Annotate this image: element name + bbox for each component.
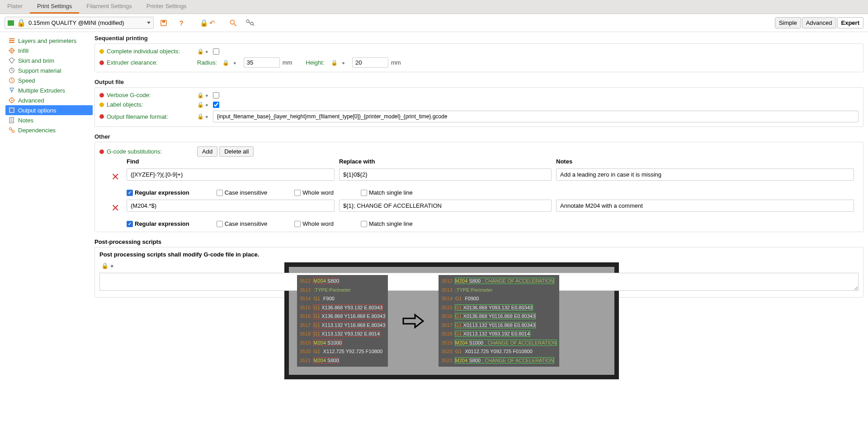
profile-toolbar: 🔒 0.15mm QUALITY @MINI (modified) ? 🔒 ↶ … [0,14,868,32]
reset-dot-icon[interactable]: ● [205,93,208,98]
lock-icon[interactable]: 🔒 [197,92,203,98]
sidebar-icon [8,67,15,74]
sidebar-item-layers-and-perimeters[interactable]: Layers and perimeters [5,36,93,46]
post-processing-desc: Post processing scripts shall modify G-c… [99,251,859,258]
svg-point-31 [9,128,12,130]
lock-icon[interactable]: 🔒 [222,60,229,66]
substitution-find-input[interactable] [127,200,335,212]
search-icon[interactable] [230,19,240,27]
verbose-gcode-checkbox[interactable] [213,92,219,98]
sidebar-item-multiple-extruders[interactable]: Multiple Extruders [5,85,93,95]
mode-expert[interactable]: Expert [837,17,863,28]
substitution-opt-ci[interactable]: Case insensitive [217,220,268,227]
substitution-notes-input[interactable] [556,200,854,212]
substitution-opt-single[interactable]: Match single line [361,189,413,196]
svg-point-2 [231,20,235,24]
checkbox-icon [127,190,133,196]
sidebar-item-label: Advanced [18,97,44,104]
profile-selector[interactable]: 🔒 0.15mm QUALITY @MINI (modified) [5,17,154,29]
substitution-opt-single[interactable]: Match single line [361,220,413,227]
reset-dot-icon[interactable]: ● [205,49,208,54]
substitution-find-input[interactable] [127,168,335,181]
svg-point-19 [11,100,13,101]
sidebar-item-skirt-and-brim[interactable]: Skirt and brim [5,56,93,65]
svg-line-16 [12,80,13,82]
example-after: 3512M204 S800 ; CHANGE OF ACCELERATION35… [439,275,559,367]
sidebar-item-speed[interactable]: Speed [5,75,93,85]
compare-icon[interactable] [246,19,256,27]
col-header-notes: Notes [556,158,859,165]
sub-label: Height: [306,59,331,66]
field-label: Output filename format: [107,113,197,120]
lock-icon[interactable]: 🔒 [197,48,203,55]
field-label: Label objects: [107,101,197,108]
col-header-find: Find [127,158,339,165]
substitution-opt-ci[interactable]: Case insensitive [217,189,268,196]
unsaved-flag-icon [8,20,14,26]
checkbox-icon [361,221,367,227]
substitution-opt-regex[interactable]: Regular expression [127,189,189,196]
sidebar-item-support-material[interactable]: Support material [5,65,93,75]
delete-substitution-icon[interactable]: ✕ [104,200,127,214]
svg-line-7 [253,24,254,26]
complete-objects-checkbox[interactable] [213,48,219,55]
checkbox-icon [127,221,133,227]
settings-sidebar: Layers and perimetersInfillSkirt and bri… [0,32,93,388]
sidebar-icon [8,57,15,64]
substitution-replace-input[interactable] [339,200,552,212]
field-label: Verbose G-code: [107,92,197,98]
sidebar-item-output-options[interactable]: Output options [5,105,93,115]
clearance-radius-input[interactable] [244,57,280,68]
tab-print-settings[interactable]: Print Settings [30,0,79,14]
clearance-height-input[interactable] [352,57,388,68]
delete-all-substitutions-button[interactable]: Delete all [219,146,254,157]
col-header-replace: Replace with [339,158,556,165]
svg-line-13 [12,70,14,71]
sidebar-item-advanced[interactable]: Advanced [5,95,93,105]
add-substitution-button[interactable]: Add [197,146,217,157]
level-dot-icon [99,61,104,65]
sidebar-item-dependencies[interactable]: Dependencies [5,125,93,135]
sidebar-icon [8,126,15,134]
tab-printer-settings[interactable]: Printer Settings [139,0,194,14]
unit-label: mm [391,59,401,66]
reset-dot-icon[interactable]: ● [233,60,236,65]
lock-icon[interactable]: 🔒 [331,60,337,66]
unit-label: mm [283,59,292,66]
reset-dot-icon[interactable]: ● [205,102,208,107]
undo-icon[interactable]: ↶ [207,19,217,27]
output-filename-input[interactable] [213,111,859,122]
tab-filament-settings[interactable]: Filament Settings [79,0,139,14]
checkbox-icon [294,221,301,227]
substitution-opt-whole[interactable]: Whole word [294,189,334,196]
lock-icon: 🔒 [17,19,26,27]
reset-dot-icon[interactable]: ● [342,60,345,65]
substitution-opt-whole[interactable]: Whole word [294,220,334,227]
lock-icon[interactable]: 🔒 [197,102,203,108]
sidebar-icon [8,77,15,84]
sidebar-icon [8,37,15,44]
sidebar-item-label: Multiple Extruders [18,87,65,94]
save-profile-icon[interactable] [160,19,170,27]
substitution-notes-input[interactable] [556,168,854,181]
reset-dot-icon[interactable]: ● [205,114,208,119]
sidebar-icon [8,107,15,114]
lock-icon[interactable]: 🔒 [197,113,203,120]
help-icon[interactable]: ? [176,19,186,27]
checkbox-icon [217,190,223,196]
tab-plater[interactable]: Plater [0,0,30,14]
label-objects-checkbox[interactable] [213,102,219,108]
mode-simple[interactable]: Simple [775,17,801,28]
delete-substitution-icon[interactable]: ✕ [104,168,127,183]
level-dot-icon [99,114,104,119]
mode-advanced[interactable]: Advanced [802,17,836,28]
sidebar-item-infill[interactable]: Infill [5,46,93,56]
level-dot-icon [99,49,104,54]
substitution-opt-regex[interactable]: Regular expression [127,220,189,227]
section-title: Sequential printing [94,35,863,42]
substitution-replace-input[interactable] [339,168,552,181]
sidebar-item-notes[interactable]: Notes [5,115,93,125]
sub-label: Radius: [197,59,222,66]
level-dot-icon [99,93,104,98]
sidebar-icon [8,97,15,104]
